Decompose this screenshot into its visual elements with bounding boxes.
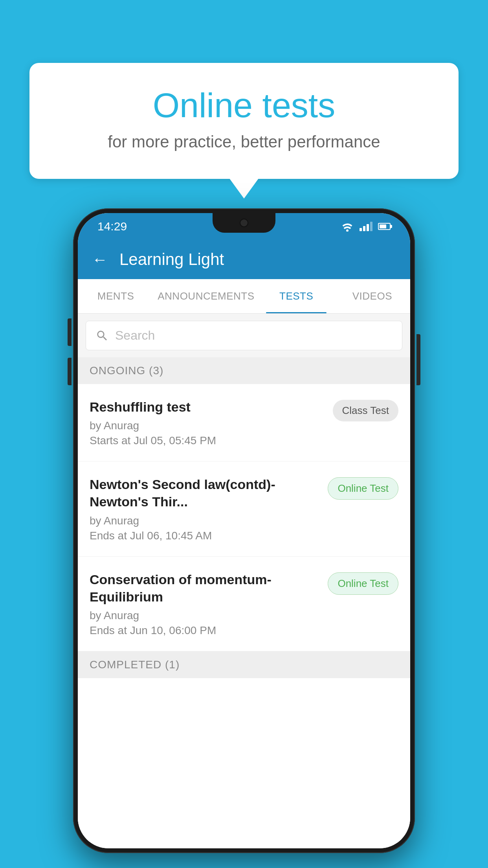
battery-icon [378, 223, 391, 230]
volume-down-button[interactable] [68, 358, 72, 385]
back-button[interactable]: ← [92, 251, 108, 268]
test-item-content: Reshuffling test by Anurag Starts at Jul… [90, 398, 333, 447]
status-icons [341, 221, 391, 232]
phone-body: 14:29 [73, 208, 415, 853]
tab-ments[interactable]: MENTS [78, 279, 154, 313]
test-item-by: by Anurag [90, 419, 325, 432]
test-item-content: Conservation of momentum-Equilibrium by … [90, 571, 328, 637]
test-item-time: Ends at Jun 10, 06:00 PM [90, 624, 320, 637]
tabs-bar: MENTS ANNOUNCEMENTS TESTS VIDEOS [78, 279, 410, 314]
search-input-wrapper[interactable]: Search [86, 321, 402, 350]
speech-bubble: Online tests for more practice, better p… [29, 63, 459, 179]
battery-fill [380, 224, 386, 228]
phone-screen: 14:29 [78, 213, 410, 848]
test-item-title: Conservation of momentum-Equilibrium [90, 571, 320, 605]
side-buttons-left [68, 318, 72, 397]
search-container: Search [78, 314, 410, 357]
app-title: Learning Light [119, 250, 224, 269]
status-time: 14:29 [97, 220, 127, 233]
phone-notch [213, 213, 275, 233]
completed-section-header: COMPLETED (1) [78, 651, 410, 678]
test-list: Reshuffling test by Anurag Starts at Jul… [78, 384, 410, 848]
test-item-title: Newton's Second law(contd)-Newton's Thir… [90, 476, 320, 510]
wifi-icon [341, 221, 354, 232]
test-item[interactable]: Reshuffling test by Anurag Starts at Jul… [78, 384, 410, 462]
front-camera [240, 219, 248, 227]
volume-up-button[interactable] [68, 318, 72, 346]
test-badge-online: Online Test [328, 477, 398, 500]
tab-announcements[interactable]: ANNOUNCEMENTS [154, 279, 258, 313]
test-item[interactable]: Newton's Second law(contd)-Newton's Thir… [78, 462, 410, 556]
phone-mockup: 14:29 [73, 208, 415, 853]
test-item-by: by Anurag [90, 515, 320, 527]
test-item-by: by Anurag [90, 609, 320, 622]
test-item[interactable]: Conservation of momentum-Equilibrium by … [78, 557, 410, 651]
app-header: ← Learning Light [78, 240, 410, 279]
side-buttons-right [416, 334, 420, 385]
test-item-title: Reshuffling test [90, 398, 325, 416]
hero-subtitle: for more practice, better performance [61, 132, 427, 151]
hero-title: Online tests [61, 86, 427, 125]
power-button[interactable] [416, 334, 420, 385]
tab-tests[interactable]: TESTS [259, 279, 334, 313]
test-item-time: Ends at Jul 06, 10:45 AM [90, 530, 320, 542]
tab-videos[interactable]: VIDEOS [334, 279, 410, 313]
search-icon [95, 329, 109, 342]
search-placeholder: Search [115, 328, 155, 343]
test-item-time: Starts at Jul 05, 05:45 PM [90, 434, 325, 447]
ongoing-section-header: ONGOING (3) [78, 357, 410, 384]
test-badge-class: Class Test [333, 400, 398, 421]
test-item-content: Newton's Second law(contd)-Newton's Thir… [90, 476, 328, 542]
signal-icon [360, 222, 372, 231]
test-badge-online: Online Test [328, 572, 398, 595]
